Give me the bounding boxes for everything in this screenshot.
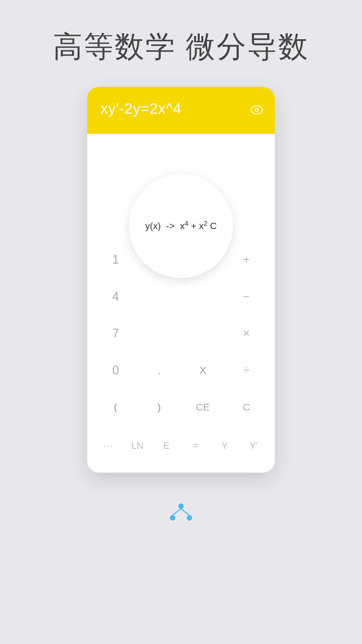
display-area: xy'-2y=2x^4 [87, 87, 275, 134]
key-c[interactable]: C [225, 389, 268, 426]
result-popup: y(x) -> x4 + x2 C [129, 174, 233, 278]
svg-line-6 [173, 509, 181, 515]
key-0[interactable]: 0 [94, 352, 137, 389]
key-y-prime[interactable]: Y' [239, 429, 268, 463]
key-ln[interactable]: LN [123, 429, 152, 463]
display-notch [171, 124, 191, 134]
tree-icon[interactable] [168, 499, 194, 523]
sup1: 4 [185, 220, 188, 227]
key-more[interactable]: ··· [94, 429, 123, 463]
key-x[interactable]: X [181, 352, 225, 389]
key-dot[interactable]: . [137, 352, 181, 389]
eye-icon[interactable] [251, 104, 263, 117]
key-multiply[interactable]: × [225, 315, 268, 352]
page-title: 高等数学 微分导数 [53, 27, 309, 67]
svg-point-2 [256, 109, 258, 111]
key-minus[interactable]: − [225, 278, 268, 315]
key-5[interactable] [137, 278, 181, 315]
key-e[interactable]: E [152, 429, 181, 463]
svg-point-5 [187, 515, 192, 521]
display-expression: xy'-2y=2x^4 [101, 100, 182, 117]
svg-line-7 [181, 509, 189, 515]
bottom-row: ··· LN E = Y Y' [94, 429, 268, 463]
svg-point-4 [170, 515, 175, 521]
sup2: 2 [204, 220, 207, 227]
key-y[interactable]: Y [210, 429, 239, 463]
bottom-nav [168, 499, 194, 523]
key-close-paren[interactable]: ) [137, 389, 181, 426]
keypad-area: y(x) -> x4 + x2 C 1 2 3 + 4 − 7 × 0 . X … [87, 134, 275, 473]
key-plus[interactable]: + [225, 241, 268, 278]
key-7[interactable]: 7 [94, 315, 137, 352]
key-divide[interactable]: ÷ [225, 352, 268, 389]
key-open-paren[interactable]: ( [94, 389, 137, 426]
svg-point-3 [178, 503, 184, 509]
key-equals[interactable]: = [181, 429, 210, 463]
key-4[interactable]: 4 [94, 278, 137, 315]
key-8[interactable] [137, 315, 181, 352]
result-expression: y(x) -> x4 + x2 C [145, 218, 217, 234]
key-ce[interactable]: CE [181, 389, 225, 426]
key-1[interactable]: 1 [94, 241, 137, 278]
calculator-card: xy'-2y=2x^4 y(x) -> x4 + x2 C 1 2 3 + [87, 87, 275, 473]
dots-icon: ··· [103, 440, 114, 451]
key-6[interactable] [181, 278, 225, 315]
key-9[interactable] [181, 315, 225, 352]
